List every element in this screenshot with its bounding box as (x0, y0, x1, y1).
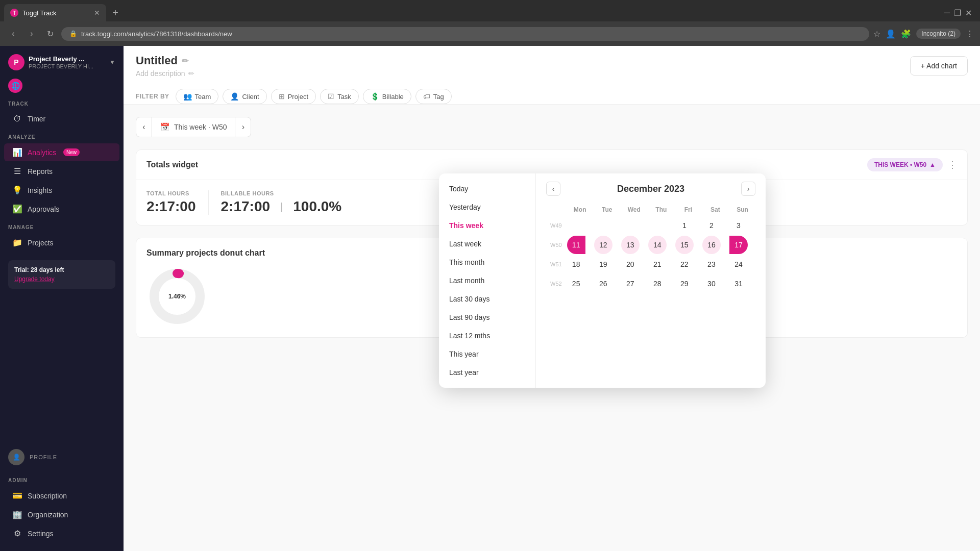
workspace-selector[interactable]: P Project Beverly ... PROJECT BEVERLY HI… (8, 54, 115, 70)
upgrade-link[interactable]: Upgrade today (14, 276, 55, 283)
week-num-w50: W50 (546, 236, 566, 254)
back-button[interactable]: ‹ (6, 27, 20, 41)
cal-day-19[interactable]: 19 (594, 255, 612, 273)
restore-button[interactable]: ❐ (954, 8, 961, 18)
cal-day-28[interactable]: 28 (648, 274, 667, 293)
quick-option-yesterday[interactable]: Yesterday (439, 198, 535, 216)
project-icon: ⊞ (279, 92, 285, 101)
trial-banner: Trial: 28 days left Upgrade today (8, 260, 115, 289)
cal-day-13[interactable]: 13 (621, 236, 640, 254)
week-num-w49: W49 (546, 216, 566, 235)
filter-client-button[interactable]: 👤 Client (223, 89, 266, 104)
cal-day-2[interactable]: 2 (702, 216, 721, 235)
cal-day-27[interactable]: 27 (621, 274, 640, 293)
new-tab-button[interactable]: + (108, 6, 122, 20)
date-label: This week · W50 (174, 123, 227, 131)
team-icon: 👥 (183, 92, 192, 101)
cal-next-button[interactable]: › (741, 182, 755, 196)
quick-option-thismonth[interactable]: This month (439, 253, 535, 271)
sidebar-item-projects[interactable]: 📁 Projects (4, 234, 119, 252)
profile-icon[interactable]: 👤 (886, 29, 896, 39)
profile-avatar: 👤 (8, 449, 24, 465)
filter-task-button[interactable]: ☑ Task (320, 89, 359, 104)
profile-label: PROFILE (30, 454, 57, 460)
cal-day-25[interactable]: 25 (567, 274, 585, 293)
cal-day-23[interactable]: 23 (702, 255, 721, 273)
quick-option-last12[interactable]: Last 12 mths (439, 327, 535, 345)
tab-label: Toggl Track (22, 9, 56, 17)
sidebar-item-approvals[interactable]: ✅ Approvals (4, 200, 119, 218)
menu-icon[interactable]: ⋮ (966, 29, 974, 39)
quick-option-lastyear[interactable]: Last year (439, 363, 535, 382)
cal-day-22[interactable]: 22 (675, 255, 694, 273)
cal-day-16[interactable]: 16 (702, 236, 721, 254)
cal-day-12[interactable]: 12 (594, 236, 612, 254)
calendar-month-title: December 2023 (617, 184, 684, 194)
active-tab[interactable]: T Toggl Track ✕ (4, 4, 106, 21)
cal-day-30[interactable]: 30 (702, 274, 721, 293)
filter-team-button[interactable]: 👥 Team (176, 89, 219, 104)
widget-more-button[interactable]: ⋮ (948, 159, 957, 170)
close-tab-button[interactable]: ✕ (94, 9, 100, 17)
forward-button[interactable]: › (24, 27, 39, 41)
filter-team-label: Team (195, 93, 211, 101)
cal-day-17[interactable]: 17 (729, 236, 748, 254)
sidebar-item-insights[interactable]: 💡 Insights (4, 181, 119, 199)
cal-day-20[interactable]: 20 (621, 255, 640, 273)
sidebar-item-timer[interactable]: ⏱ Timer (4, 110, 119, 128)
sidebar-globe-icon[interactable]: 🌐 (8, 79, 22, 93)
page-description[interactable]: Add description ✏ (136, 69, 194, 78)
sidebar-item-organization[interactable]: 🏢 Organization (4, 506, 119, 523)
address-bar[interactable]: 🔒 track.toggl.com/analytics/7861318/dash… (61, 27, 869, 41)
cal-day-18[interactable]: 18 (567, 255, 585, 273)
total-hours-label: TOTAL HOURS (146, 190, 196, 196)
filter-by-label: FILTER BY (136, 93, 169, 100)
cal-day-21[interactable]: 21 (648, 255, 667, 273)
filter-project-button[interactable]: ⊞ Project (271, 89, 316, 104)
filter-tag-button[interactable]: 🏷 Tag (415, 89, 452, 104)
page-title-edit-icon[interactable]: ✏ (182, 56, 188, 66)
cal-day-14[interactable]: 14 (648, 236, 667, 254)
sidebar: P Project Beverly ... PROJECT BEVERLY HI… (0, 46, 124, 551)
reload-button[interactable]: ↻ (43, 27, 57, 41)
calendar-popup[interactable]: Today Yesterday This week Last week This… (439, 173, 766, 388)
cal-day-1[interactable]: 1 (675, 216, 694, 235)
date-next-button[interactable]: › (235, 117, 251, 137)
date-display[interactable]: 📅 This week · W50 (152, 117, 235, 137)
quick-option-today[interactable]: Today (439, 180, 535, 198)
sidebar-item-analytics[interactable]: 📊 Analytics New (4, 143, 119, 161)
quick-option-last90[interactable]: Last 90 days (439, 308, 535, 327)
add-desc-edit-icon: ✏ (188, 69, 194, 78)
add-chart-button[interactable]: + Add chart (910, 56, 968, 76)
quick-option-thisweek[interactable]: This week (439, 216, 535, 235)
date-prev-button[interactable]: ‹ (136, 117, 152, 137)
cal-day-26[interactable]: 26 (594, 274, 612, 293)
filter-billable-button[interactable]: 💲 Billable (363, 89, 411, 104)
profile-area[interactable]: 👤 PROFILE (0, 443, 124, 471)
organization-label: Organization (28, 511, 68, 519)
cal-day-15[interactable]: 15 (675, 236, 694, 254)
cal-day-31[interactable]: 31 (729, 274, 748, 293)
cal-day-29[interactable]: 29 (675, 274, 694, 293)
cal-day-3[interactable]: 3 (729, 216, 748, 235)
sidebar-item-reports[interactable]: ☰ Reports (4, 162, 119, 180)
cal-prev-button[interactable]: ‹ (546, 182, 560, 196)
cal-empty-header (546, 204, 566, 215)
sidebar-item-subscription[interactable]: 💳 Subscription (4, 487, 119, 505)
calendar-header: ‹ December 2023 › (546, 182, 755, 196)
quick-option-thisyear[interactable]: This year (439, 345, 535, 363)
quick-option-lastmonth[interactable]: Last month (439, 271, 535, 290)
sidebar-item-settings[interactable]: ⚙ Settings (4, 524, 119, 542)
lock-icon: 🔒 (69, 30, 77, 37)
quick-option-last30[interactable]: Last 30 days (439, 290, 535, 308)
extensions-icon[interactable]: 🧩 (901, 29, 911, 39)
minimize-button[interactable]: ─ (944, 8, 950, 17)
cal-day-11[interactable]: 11 (567, 236, 585, 254)
close-window-button[interactable]: ✕ (965, 8, 972, 18)
week-badge[interactable]: THIS WEEK • W50 ▲ (867, 158, 943, 171)
filter-tag-label: Tag (433, 93, 444, 101)
cal-day-24[interactable]: 24 (729, 255, 748, 273)
bookmark-icon[interactable]: ☆ (873, 29, 880, 39)
reports-label: Reports (28, 167, 53, 176)
quick-option-lastweek[interactable]: Last week (439, 235, 535, 253)
